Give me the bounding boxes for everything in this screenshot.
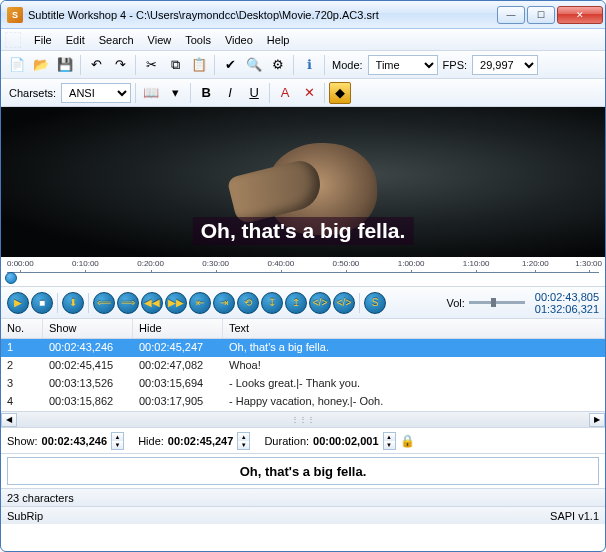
- table-header: No. Show Hide Text: [1, 319, 605, 339]
- end-frame-button[interactable]: ⇥: [213, 292, 235, 314]
- copy-icon[interactable]: ⧉: [164, 54, 186, 76]
- scroll-track[interactable]: ⋮⋮⋮: [17, 415, 589, 424]
- mark-out-button[interactable]: ↥: [285, 292, 307, 314]
- table-row[interactable]: 2 00:02:45,415 00:02:47,082 Whoa!: [1, 357, 605, 375]
- col-hide[interactable]: Hide: [133, 319, 223, 338]
- stop-button[interactable]: ■: [31, 292, 53, 314]
- timeline-tick: 1:30:00: [575, 259, 602, 268]
- menu-edit[interactable]: Edit: [59, 31, 92, 49]
- info-icon[interactable]: ℹ: [298, 54, 320, 76]
- timeline-ruler[interactable]: 0:00:00 0:10:00 0:20:00 0:30:00 0:40:00 …: [7, 259, 599, 273]
- titlebar: S Subtitle Workshop 4 - C:\Users\raymond…: [1, 1, 605, 29]
- code-a-button[interactable]: </>: [309, 292, 331, 314]
- start-frame-button[interactable]: ⇤: [189, 292, 211, 314]
- statusbar-format: SubRip SAPI v1.1: [1, 506, 605, 524]
- timeline-tick: 0:20:00: [137, 259, 164, 268]
- statusbar-chars: 23 characters: [1, 488, 605, 506]
- bold-button[interactable]: B: [195, 82, 217, 104]
- timeline-tick: 1:10:00: [463, 259, 490, 268]
- subtitle-table: No. Show Hide Text 1 00:02:43,246 00:02:…: [1, 319, 605, 428]
- lock-icon[interactable]: 🔒: [400, 434, 415, 448]
- mark-in-button[interactable]: ↧: [261, 292, 283, 314]
- playback-bar: ▶ ■ ⬇ ⟸ ⟹ ◀◀ ▶▶ ⇤ ⇥ ⟲ ↧ ↥ </> </> S Vol:…: [1, 287, 605, 319]
- new-file-icon[interactable]: 📄: [6, 54, 28, 76]
- charsets-label: Charsets:: [6, 87, 59, 99]
- timeline-tick: 0:50:00: [333, 259, 360, 268]
- hide-value[interactable]: 00:02:45,247: [168, 435, 233, 447]
- settings-icon[interactable]: ⚙: [267, 54, 289, 76]
- paste-icon[interactable]: 📋: [188, 54, 210, 76]
- timeline-tick: 1:00:00: [398, 259, 425, 268]
- timeline-playhead[interactable]: [5, 272, 17, 284]
- clear-format-icon[interactable]: ✕: [298, 82, 320, 104]
- subtitle-text-input[interactable]: Oh, that's a big fella.: [7, 457, 599, 485]
- book-icon[interactable]: 📖: [140, 82, 162, 104]
- menubar: File Edit Search View Tools Video Help: [1, 29, 605, 51]
- time-editor: Show: 00:02:43,246 ▲▼ Hide: 00:02:45,247…: [1, 428, 605, 454]
- show-spinner[interactable]: ▲▼: [111, 432, 124, 450]
- spellcheck-icon[interactable]: ✔: [219, 54, 241, 76]
- forward-button[interactable]: ▶▶: [165, 292, 187, 314]
- italic-button[interactable]: I: [219, 82, 241, 104]
- fps-select[interactable]: 29,997: [472, 55, 538, 75]
- hide-spinner[interactable]: ▲▼: [237, 432, 250, 450]
- scroll-right-icon[interactable]: ▶: [589, 413, 605, 427]
- col-show[interactable]: Show: [43, 319, 133, 338]
- menu-view[interactable]: View: [141, 31, 179, 49]
- col-no[interactable]: No.: [1, 319, 43, 338]
- time-total: 01:32:06,321: [535, 303, 599, 315]
- cut-icon[interactable]: ✂: [140, 54, 162, 76]
- sync-button[interactable]: ⟲: [237, 292, 259, 314]
- menu-search[interactable]: Search: [92, 31, 141, 49]
- rewind-button[interactable]: ◀◀: [141, 292, 163, 314]
- col-text[interactable]: Text: [223, 319, 605, 338]
- dropdown-icon[interactable]: ▾: [164, 82, 186, 104]
- menu-help[interactable]: Help: [260, 31, 297, 49]
- jump-down-button[interactable]: ⬇: [62, 292, 84, 314]
- scroll-left-icon[interactable]: ◀: [1, 413, 17, 427]
- maximize-button[interactable]: ☐: [527, 6, 555, 24]
- menu-tools[interactable]: Tools: [178, 31, 218, 49]
- minimize-button[interactable]: —: [497, 6, 525, 24]
- char-count: 23 characters: [7, 492, 74, 504]
- prev-sub-button[interactable]: ⟸: [93, 292, 115, 314]
- app-icon: S: [7, 7, 23, 23]
- volume-label: Vol:: [446, 297, 464, 309]
- code-b-button[interactable]: </>: [333, 292, 355, 314]
- charsets-select[interactable]: ANSI: [61, 83, 131, 103]
- horizontal-scrollbar[interactable]: ◀ ⋮⋮⋮ ▶: [1, 411, 605, 427]
- video-preview[interactable]: Oh, that's a big fella.: [1, 107, 605, 257]
- show-value[interactable]: 00:02:43,246: [42, 435, 107, 447]
- save-file-icon[interactable]: 💾: [54, 54, 76, 76]
- duration-value[interactable]: 00:00:02,001: [313, 435, 378, 447]
- underline-button[interactable]: U: [243, 82, 265, 104]
- hide-label: Hide:: [138, 435, 164, 447]
- volume-slider[interactable]: [469, 301, 525, 304]
- sapi-label: SAPI v1.1: [550, 510, 599, 522]
- menu-file[interactable]: File: [27, 31, 59, 49]
- next-sub-button[interactable]: ⟹: [117, 292, 139, 314]
- redo-icon[interactable]: ↷: [109, 54, 131, 76]
- s-button[interactable]: S: [364, 292, 386, 314]
- highlight-icon[interactable]: ◆: [329, 82, 351, 104]
- timeline-tick: 0:00:00: [7, 259, 34, 268]
- toolbar-main: 📄 📂 💾 ↶ ↷ ✂ ⧉ 📋 ✔ 🔍 ⚙ ℹ Mode: Time FPS: …: [1, 51, 605, 79]
- table-row[interactable]: 1 00:02:43,246 00:02:45,247 Oh, that's a…: [1, 339, 605, 357]
- duration-label: Duration:: [264, 435, 309, 447]
- open-file-icon[interactable]: 📂: [30, 54, 52, 76]
- timeline-tick: 0:40:00: [267, 259, 294, 268]
- close-button[interactable]: ✕: [557, 6, 603, 24]
- menu-video[interactable]: Video: [218, 31, 260, 49]
- duration-spinner[interactable]: ▲▼: [383, 432, 396, 450]
- window-title: Subtitle Workshop 4 - C:\Users\raymondcc…: [28, 9, 495, 21]
- undo-icon[interactable]: ↶: [85, 54, 107, 76]
- timeline[interactable]: 0:00:00 0:10:00 0:20:00 0:30:00 0:40:00 …: [1, 257, 605, 287]
- search-icon[interactable]: 🔍: [243, 54, 265, 76]
- table-row[interactable]: 4 00:03:15,862 00:03:17,905 - Happy vaca…: [1, 393, 605, 411]
- table-row[interactable]: 3 00:03:13,526 00:03:15,694 - Looks grea…: [1, 375, 605, 393]
- timeline-tick: 0:10:00: [72, 259, 99, 268]
- font-color-icon[interactable]: A: [274, 82, 296, 104]
- play-button[interactable]: ▶: [7, 292, 29, 314]
- mode-select[interactable]: Time: [368, 55, 438, 75]
- timeline-tick: 0:30:00: [202, 259, 229, 268]
